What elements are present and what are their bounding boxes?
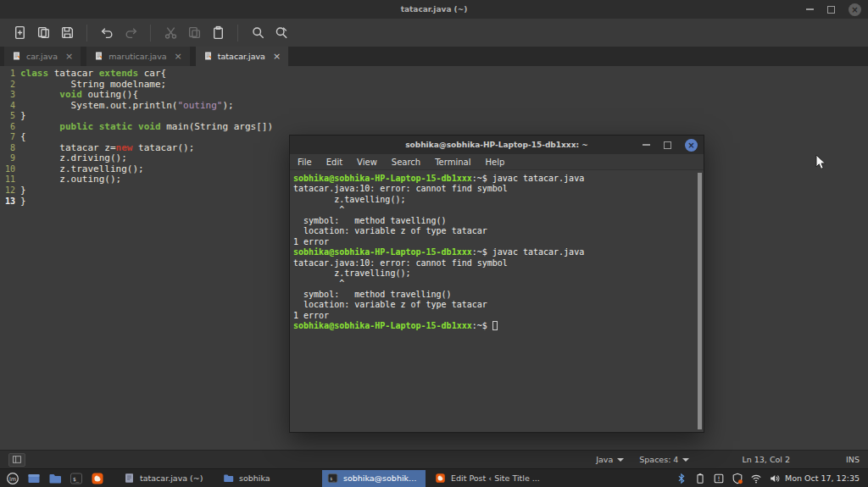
volume-tray-button[interactable] xyxy=(768,472,782,485)
minimize-icon[interactable] xyxy=(806,8,814,10)
code-text: z.outing(); xyxy=(15,174,121,185)
maximize-icon[interactable] xyxy=(664,141,671,149)
terminal-output[interactable]: sobhika@sobhika-HP-Laptop-15-db1xxx:~$ j… xyxy=(290,170,704,432)
package-icon: ! xyxy=(713,473,725,484)
shield-update-tray-button[interactable] xyxy=(731,472,744,485)
svg-text:!: ! xyxy=(717,474,720,482)
file-icon xyxy=(94,51,103,63)
redo-icon xyxy=(124,25,138,40)
files-icon xyxy=(48,472,62,485)
menu-edit[interactable]: Edit xyxy=(326,158,342,167)
volume-icon xyxy=(769,473,781,484)
clock[interactable]: Mon Oct 17, 12:35 xyxy=(782,473,865,483)
folder-icon xyxy=(223,473,234,484)
firefox-icon xyxy=(91,472,104,485)
close-icon[interactable]: × xyxy=(685,139,698,152)
window-button-label: Edit Post ‹ Site Title ... xyxy=(451,473,540,483)
copy-button[interactable] xyxy=(182,23,206,43)
find-button[interactable] xyxy=(246,23,270,43)
undo-button[interactable] xyxy=(95,23,119,43)
copy-icon xyxy=(187,25,202,40)
package-tray-button[interactable]: ! xyxy=(712,472,726,485)
menu-file[interactable]: File xyxy=(298,158,312,167)
code-line: 4 System.out.println("outing"); xyxy=(0,101,868,112)
menu-view[interactable]: View xyxy=(357,158,377,167)
side-panel-icon xyxy=(12,455,22,464)
tab-close-icon[interactable]: × xyxy=(273,51,281,62)
terminal-line: tatacar.java:10: error: cannot find symb… xyxy=(293,184,693,194)
terminal-line: 1 error xyxy=(293,311,693,321)
tab-label: tatacar.java xyxy=(218,52,265,61)
line-number: 8 xyxy=(0,143,15,154)
close-icon[interactable]: × xyxy=(849,3,861,16)
files-launcher[interactable] xyxy=(46,470,64,487)
taskbar-window-terminal[interactable]: $_sobhika@sobhika-H... xyxy=(322,470,426,487)
firefox-launcher[interactable] xyxy=(88,470,107,487)
battery-tray-button[interactable] xyxy=(693,472,707,485)
paste-button[interactable] xyxy=(206,23,230,43)
show-desktop-launcher[interactable] xyxy=(25,470,43,487)
language-label: Java xyxy=(596,455,613,464)
tab-tatacar.java[interactable]: tatacar.java× xyxy=(196,47,288,66)
terminal-line: location: variable z of type tatacar xyxy=(293,300,693,310)
terminal-line: ^ xyxy=(293,279,693,289)
language-selector[interactable]: Java xyxy=(596,455,624,464)
tab-car.java[interactable]: car.java× xyxy=(4,47,81,66)
menu-help[interactable]: Help xyxy=(485,158,504,167)
taskbar-window-firefox[interactable]: Edit Post ‹ Site Title ... xyxy=(430,470,548,487)
code-text: System.out.println("outing"); xyxy=(15,101,234,112)
save-icon xyxy=(60,25,75,40)
terminal-titlebar[interactable]: sobhika@sobhika-HP-Laptop-15-db1xxx: ~ × xyxy=(290,136,704,154)
shield-update-icon xyxy=(732,473,743,484)
minimize-icon[interactable] xyxy=(643,144,650,146)
bluetooth-tray-button[interactable] xyxy=(675,472,688,485)
code-text: } xyxy=(15,196,26,208)
svg-text:$_: $_ xyxy=(330,476,335,482)
terminal-line: z.travelling(); xyxy=(293,268,693,279)
cut-button[interactable] xyxy=(159,23,182,43)
find-replace-icon xyxy=(275,25,289,40)
editor-titlebar[interactable]: tatacar.java (~) × xyxy=(0,0,868,19)
bluetooth-icon xyxy=(676,473,687,484)
tab-close-icon[interactable]: × xyxy=(175,51,182,62)
editor-tabbar: car.java×maruticar.java×tatacar.java× xyxy=(0,47,868,66)
terminal-line: z.tavelling(); xyxy=(293,195,693,205)
maximize-icon[interactable] xyxy=(827,6,835,14)
mouse-cursor-icon xyxy=(815,154,826,170)
scrollbar-thumb[interactable] xyxy=(698,173,702,429)
cursor-position: Ln 13, Col 2 xyxy=(742,455,790,464)
new-document-button[interactable] xyxy=(8,23,31,43)
indent-label: Spaces: 4 xyxy=(639,455,678,464)
side-panel-toggle-button[interactable] xyxy=(8,453,25,467)
mint-menu-launcher[interactable]: lm xyxy=(3,470,22,487)
line-number: 12 xyxy=(0,185,15,196)
find-replace-button[interactable] xyxy=(270,23,293,43)
taskbar-window-xed[interactable]: tatacar.java (~) xyxy=(119,470,214,487)
terminal-launcher[interactable]: $_ xyxy=(67,470,86,487)
window-button-label: sobhika@sobhika-H... xyxy=(343,473,420,483)
open-documents-icon xyxy=(36,25,51,40)
taskbar-window-folder[interactable]: sobhika xyxy=(218,470,318,487)
line-number: 5 xyxy=(0,111,15,122)
line-number: 6 xyxy=(0,122,15,133)
terminal-scrollbar[interactable] xyxy=(698,173,702,429)
terminal-cursor xyxy=(492,321,498,330)
menu-search[interactable]: Search xyxy=(392,158,420,167)
tab-label: maruticar.java xyxy=(108,52,166,61)
terminal-icon: $_ xyxy=(70,472,83,485)
indent-selector[interactable]: Spaces: 4 xyxy=(639,455,689,464)
open-documents-button[interactable] xyxy=(31,23,55,43)
menu-terminal[interactable]: Terminal xyxy=(435,158,470,167)
chevron-down-icon xyxy=(617,458,624,462)
line-number: 9 xyxy=(0,153,15,164)
file-icon xyxy=(203,51,213,63)
wifi-tray-button[interactable] xyxy=(749,472,763,485)
wifi-icon xyxy=(750,473,762,484)
tab-close-icon[interactable]: × xyxy=(65,51,73,62)
save-button[interactable] xyxy=(55,23,79,43)
redo-button[interactable] xyxy=(119,23,142,43)
code-text: public static void main(String args[]) xyxy=(15,122,273,133)
toolbar-separator xyxy=(237,25,238,42)
line-number: 4 xyxy=(0,101,15,112)
tab-maruticar.java[interactable]: maruticar.java× xyxy=(86,47,190,66)
